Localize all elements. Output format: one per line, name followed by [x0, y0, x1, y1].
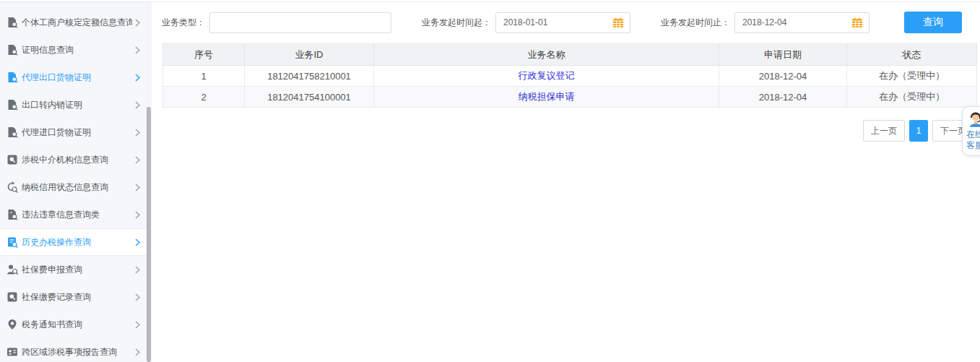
id-card-icon	[6, 346, 18, 358]
table-row: 1 1812041758210001 行政复议登记 2018-12-04 在办（…	[163, 66, 977, 87]
sidebar-item-label: 税务通知书查询	[22, 319, 132, 331]
document-search-icon	[6, 72, 18, 83]
header-index: 序号	[163, 44, 245, 66]
chevron-right-icon	[135, 184, 140, 191]
chevron-right-icon	[135, 101, 140, 109]
sidebar-item-label: 违法违章信息查询类	[22, 209, 132, 221]
chevron-right-icon	[135, 46, 140, 54]
sidebar-item-label: 纳税信用状态信息查询	[22, 181, 132, 194]
query-button[interactable]: 查询	[904, 12, 962, 33]
main-content: 业务类型： 业务发起时间起： 2018-01-01 业务发起时间止： 2018-…	[152, 2, 980, 362]
chevron-right-icon	[135, 211, 140, 219]
business-name-link[interactable]: 纳税担保申请	[519, 91, 575, 102]
document-search-icon	[6, 17, 18, 28]
end-date-label: 业务发起时间止：	[661, 17, 734, 29]
calendar-icon[interactable]	[612, 17, 624, 28]
cell-business-name: 纳税担保申请	[374, 87, 719, 108]
chevron-right-icon	[135, 321, 140, 329]
cell-business-name: 行政复议登记	[374, 66, 719, 87]
history-search-icon	[6, 236, 18, 248]
cell-index: 1	[163, 66, 245, 87]
document-search-icon	[6, 99, 18, 111]
sidebar-item-label: 出口转内销证明	[22, 99, 132, 111]
sidebar-scrollbar[interactable]	[146, 2, 152, 362]
chevron-right-icon	[135, 129, 140, 137]
box-search-icon	[6, 291, 18, 303]
document-search-icon	[6, 44, 18, 56]
chevron-right-icon	[135, 238, 140, 246]
start-date-label: 业务发起时间起：	[422, 17, 495, 29]
refresh-search-icon	[6, 181, 18, 193]
cell-status: 在办（受理中）	[847, 87, 977, 108]
header-status: 状态	[847, 44, 977, 66]
sidebar-item-label: 社保费申报查询	[22, 264, 132, 276]
online-service-label: 在线 客服	[966, 129, 980, 151]
location-pin-icon	[6, 319, 18, 330]
results-table: 序号 业务ID 业务名称 申请日期 状态 1 1812041758210001 …	[162, 43, 977, 108]
sidebar-item-tax-credit-status-query[interactable]: 纳税信用状态信息查询	[0, 173, 146, 201]
start-date-input[interactable]: 2018-01-01	[495, 12, 630, 33]
sidebar-item-label: 代理出口货物证明	[22, 72, 132, 84]
header-business-name: 业务名称	[374, 44, 719, 66]
chevron-right-icon	[135, 19, 140, 27]
sidebar-item-label: 跨区域涉税事项报告查询	[22, 346, 132, 358]
calendar-icon[interactable]	[851, 17, 863, 28]
end-date-input[interactable]: 2018-12-04	[734, 12, 870, 33]
cell-apply-date: 2018-12-04	[719, 66, 847, 87]
cell-index: 2	[163, 87, 245, 108]
sidebar-item-tax-agency-info-query[interactable]: 涉税中介机构信息查询	[0, 146, 146, 173]
sidebar-item-tax-notice-query[interactable]: 税务通知书查询	[0, 311, 146, 338]
customer-service-avatar-icon	[966, 110, 980, 129]
sidebar-item-label: 历史办税操作查询	[22, 236, 132, 249]
cell-apply-date: 2018-12-04	[719, 87, 847, 108]
sidebar-item-agent-import-goods-cert[interactable]: 代理进口货物证明	[0, 118, 146, 146]
cell-status: 在办（受理中）	[847, 66, 977, 87]
end-date-value: 2018-12-04	[742, 17, 851, 27]
cell-business-id: 1812041754100001	[245, 87, 374, 108]
online-service-widget[interactable]: 在线 客服	[962, 106, 980, 156]
sidebar-item-agent-export-goods-cert[interactable]: 代理出口货物证明	[0, 64, 146, 91]
document-search-icon	[6, 209, 18, 220]
sidebar-item-label: 证明信息查询	[22, 44, 132, 56]
sidebar-item-tax-history-operation-query[interactable]: 历史办税操作查询	[0, 228, 146, 256]
sidebar-item-individual-quota-info-query[interactable]: 个体工商户核定定额信息查询	[0, 9, 146, 36]
person-search-icon	[6, 264, 18, 275]
page-1-button[interactable]: 1	[909, 120, 928, 142]
sidebar-item-cross-region-tax-report-query[interactable]: 跨区域涉税事项报告查询	[0, 338, 146, 362]
start-date-value: 2018-01-01	[503, 17, 612, 27]
document-search-icon	[6, 126, 18, 138]
sidebar: 个体工商户核定定额信息查询 证明信息查询 代理出口货物证明 出口转内销证明 代理…	[0, 2, 146, 362]
sidebar-item-certificate-info-query[interactable]: 证明信息查询	[0, 36, 146, 64]
table-row: 2 1812041754100001 纳税担保申请 2018-12-04 在办（…	[163, 87, 977, 108]
chevron-right-icon	[135, 156, 140, 164]
sidebar-item-label: 代理进口货物证明	[22, 126, 132, 139]
table-header-row: 序号 业务ID 业务名称 申请日期 状态	[163, 44, 977, 66]
pagination: 上一页 1 下一页	[152, 120, 974, 142]
business-type-label: 业务类型：	[152, 17, 209, 29]
scrollbar-thumb[interactable]	[147, 107, 151, 362]
box-search-icon	[6, 154, 18, 165]
header-business-id: 业务ID	[245, 44, 374, 66]
chevron-right-icon	[135, 293, 140, 301]
query-form: 业务类型： 业务发起时间起： 2018-01-01 业务发起时间止： 2018-…	[152, 12, 980, 33]
header-apply-date: 申请日期	[719, 44, 847, 66]
chevron-right-icon	[135, 266, 140, 274]
sidebar-item-social-insurance-payment-record-query[interactable]: 社保缴费记录查询	[0, 283, 146, 311]
business-name-link[interactable]: 行政复议登记	[519, 70, 575, 81]
business-type-input[interactable]	[209, 12, 391, 33]
chevron-right-icon	[135, 74, 140, 82]
chevron-right-icon	[135, 348, 140, 356]
sidebar-item-export-to-domestic-cert[interactable]: 出口转内销证明	[0, 91, 146, 118]
sidebar-item-label: 涉税中介机构信息查询	[22, 154, 132, 166]
sidebar-item-social-insurance-declare-query[interactable]: 社保费申报查询	[0, 256, 146, 283]
sidebar-item-violation-info-query[interactable]: 违法违章信息查询类	[0, 201, 146, 228]
cell-business-id: 1812041758210001	[245, 66, 374, 87]
prev-page-button[interactable]: 上一页	[863, 120, 905, 142]
sidebar-item-label: 个体工商户核定定额信息查询	[22, 17, 132, 29]
sidebar-item-label: 社保缴费记录查询	[22, 291, 132, 303]
